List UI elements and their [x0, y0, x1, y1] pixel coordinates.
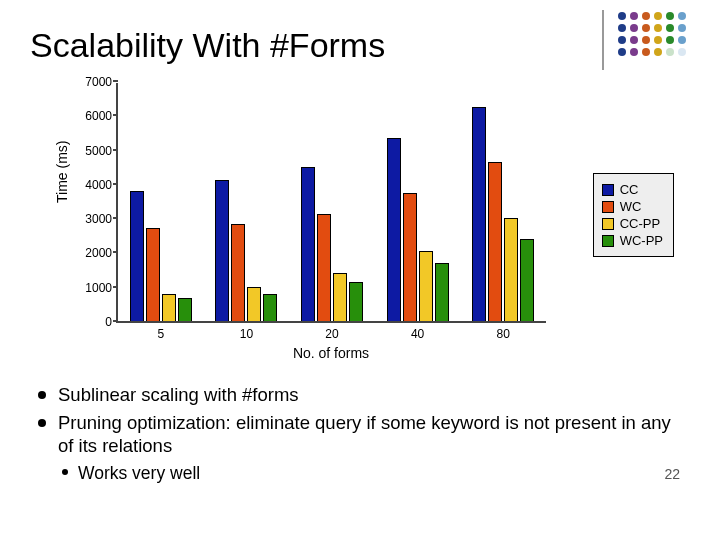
deco-dot [654, 12, 662, 20]
bar-CC-PP [504, 218, 518, 321]
bullet-2a-text: Works very well [78, 462, 200, 484]
legend-item: WC [602, 199, 663, 214]
x-tick-label: 5 [157, 321, 164, 341]
bullet-2: Pruning optimization: eliminate query if… [32, 411, 688, 458]
bullet-2a: Works very well 22 [32, 462, 688, 484]
bar-group: 40 [375, 83, 461, 321]
slide: Scalability With #Forms Time (ms) 510204… [0, 0, 720, 540]
x-tick-label: 80 [496, 321, 509, 341]
y-tick-label: 5000 [85, 144, 118, 158]
bar-CC [215, 180, 229, 321]
x-tick-label: 20 [325, 321, 338, 341]
deco-dot [630, 12, 638, 20]
plot-region: 510204080 01000200030004000500060007000 [116, 83, 546, 323]
y-tick-label: 4000 [85, 178, 118, 192]
y-tick-label: 3000 [85, 212, 118, 226]
legend-item: CC [602, 182, 663, 197]
bar-group: 20 [289, 83, 375, 321]
chart: Time (ms) 510204080 01000200030004000500… [40, 73, 680, 373]
deco-dot [618, 12, 626, 20]
y-tick-label: 0 [105, 315, 118, 329]
legend-swatch [602, 201, 614, 213]
deco-dot [642, 12, 650, 20]
bar-WC-PP [349, 282, 363, 321]
bar-WC-PP [435, 263, 449, 321]
bar-group: 80 [460, 83, 546, 321]
legend-label: CC-PP [620, 216, 660, 231]
page-number: 22 [664, 466, 688, 484]
bar-WC-PP [520, 239, 534, 321]
legend-label: WC [620, 199, 642, 214]
slide-title: Scalability With #Forms [30, 26, 692, 65]
bar-group: 10 [204, 83, 290, 321]
y-axis-label: Time (ms) [54, 141, 70, 203]
bar-CC-PP [419, 251, 433, 321]
legend-item: WC-PP [602, 233, 663, 248]
bar-WC-PP [178, 298, 192, 321]
legend: CCWCCC-PPWC-PP [593, 173, 674, 257]
bar-WC [231, 224, 245, 321]
y-tick-label: 1000 [85, 281, 118, 295]
x-axis-label: No. of forms [116, 345, 546, 361]
legend-swatch [602, 184, 614, 196]
bar-CC [472, 107, 486, 321]
bar-CC [301, 167, 315, 321]
y-tick-label: 2000 [85, 246, 118, 260]
bullet-1: Sublinear scaling with #forms [32, 383, 688, 407]
y-tick-label: 7000 [85, 75, 118, 89]
bar-WC [317, 214, 331, 321]
legend-swatch [602, 218, 614, 230]
legend-label: CC [620, 182, 639, 197]
y-tick-label: 6000 [85, 109, 118, 123]
bar-WC [403, 193, 417, 321]
x-tick-label: 10 [240, 321, 253, 341]
bar-WC-PP [263, 294, 277, 321]
bar-WC [488, 162, 502, 321]
legend-item: CC-PP [602, 216, 663, 231]
bar-CC-PP [247, 287, 261, 321]
bar-CC [387, 138, 401, 321]
bar-groups: 510204080 [118, 83, 546, 321]
deco-dot [666, 12, 674, 20]
deco-dot [678, 12, 686, 20]
x-tick-label: 40 [411, 321, 424, 341]
bar-WC [146, 228, 160, 321]
bar-CC-PP [162, 294, 176, 321]
bar-CC [130, 191, 144, 321]
bar-CC-PP [333, 273, 347, 321]
bullet-list: Sublinear scaling with #forms Pruning op… [32, 383, 688, 484]
legend-label: WC-PP [620, 233, 663, 248]
legend-swatch [602, 235, 614, 247]
bar-group: 5 [118, 83, 204, 321]
